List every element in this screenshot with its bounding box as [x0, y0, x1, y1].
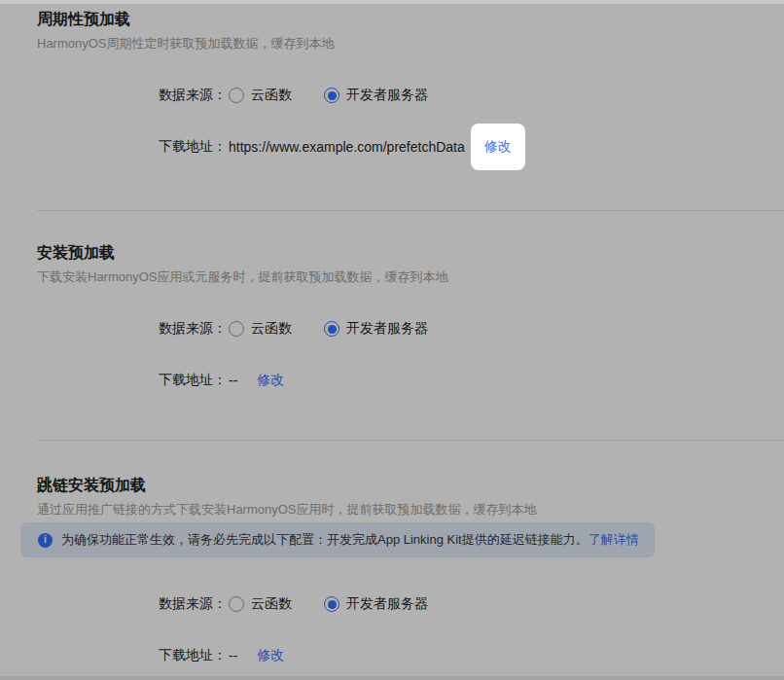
radio-option-developer-server[interactable]: 开发者服务器	[324, 595, 428, 613]
data-source-radio-group: 云函数 开发者服务器	[229, 595, 428, 613]
section-title-deeplink: 跳链安装预加载	[37, 476, 784, 495]
radio-label: 开发者服务器	[346, 87, 428, 104]
download-url-row: 下载地址： -- 修改	[159, 648, 784, 663]
data-source-label: 数据来源：	[159, 87, 227, 104]
radio-unselected-icon	[229, 88, 244, 103]
radio-selected-icon	[324, 596, 339, 612]
radio-label: 云函数	[251, 87, 292, 104]
data-source-row: 数据来源： 云函数 开发者服务器	[159, 321, 784, 337]
radio-option-developer-server[interactable]: 开发者服务器	[324, 320, 428, 338]
app-linking-notice-banner: i 为确保功能正常生效，请务必先完成以下配置：开发完成App Linking K…	[20, 522, 655, 557]
section-subtitle-periodic: HarmonyOS周期性定时获取预加载数据，缓存到本地	[37, 36, 784, 52]
section-install-preload: 安装预加载 下载安装HarmonyOS应用或元服务时，提前获取预加载数据，缓存到…	[37, 243, 784, 388]
modify-url-link[interactable]: 修改	[257, 647, 284, 664]
section-title-periodic: 周期性预加载	[37, 10, 784, 29]
section-divider	[37, 210, 784, 211]
info-icon: i	[38, 533, 53, 548]
learn-more-link[interactable]: 了解详情	[588, 532, 639, 547]
section-title-install: 安装预加载	[37, 243, 784, 263]
download-url-row: 下载地址： -- 修改	[159, 373, 784, 388]
download-url-value: --	[229, 373, 237, 388]
radio-label: 云函数	[251, 320, 292, 338]
prefetch-settings-page: 周期性预加载 HarmonyOS周期性定时获取预加载数据，缓存到本地 数据来源：…	[0, 0, 784, 680]
modify-url-link[interactable]: 修改	[484, 138, 512, 156]
section-divider	[37, 440, 784, 441]
radio-label: 云函数	[251, 595, 292, 613]
download-url-label: 下载地址：	[159, 372, 227, 389]
notice-text: 为确保功能正常生效，请务必先完成以下配置：开发完成App Linking Kit…	[61, 531, 639, 549]
data-source-row: 数据来源： 云函数 开发者服务器	[159, 596, 784, 612]
radio-unselected-icon	[229, 321, 244, 337]
radio-selected-icon	[324, 88, 339, 103]
data-source-row: 数据来源： 云函数 开发者服务器	[159, 88, 784, 103]
section-subtitle-deeplink: 通过应用推广链接的方式下载安装HarmonyOS应用时，提前获取预加载数据，缓存…	[37, 502, 784, 518]
radio-option-cloud-function[interactable]: 云函数	[229, 320, 292, 338]
download-url-row: 下载地址： https://www.example.com/prefetchDa…	[159, 139, 784, 155]
download-url-value: --	[229, 648, 237, 663]
radio-label: 开发者服务器	[346, 595, 428, 613]
install-form: 数据来源： 云函数 开发者服务器 下载地址： -- 修改	[159, 321, 784, 388]
modify-url-link[interactable]: 修改	[257, 372, 284, 389]
data-source-label: 数据来源：	[159, 595, 227, 613]
radio-option-cloud-function[interactable]: 云函数	[229, 87, 292, 104]
data-source-label: 数据来源：	[159, 320, 227, 338]
download-url-label: 下载地址：	[159, 138, 227, 156]
data-source-radio-group: 云函数 开发者服务器	[229, 87, 428, 104]
periodic-form: 数据来源： 云函数 开发者服务器 下载地址： https://www.examp…	[159, 88, 784, 155]
radio-unselected-icon	[229, 596, 244, 612]
section-deeplink-preload: 跳链安装预加载 通过应用推广链接的方式下载安装HarmonyOS应用时，提前获取…	[37, 476, 784, 663]
section-subtitle-install: 下载安装HarmonyOS应用或元服务时，提前获取预加载数据，缓存到本地	[37, 269, 784, 285]
radio-option-developer-server[interactable]: 开发者服务器	[324, 87, 428, 104]
download-url-value: https://www.example.com/prefetchData	[229, 139, 465, 155]
section-periodic-preload: 周期性预加载 HarmonyOS周期性定时获取预加载数据，缓存到本地 数据来源：…	[37, 10, 784, 155]
download-url-label: 下载地址：	[159, 647, 227, 664]
deeplink-form: 数据来源： 云函数 开发者服务器 下载地址： -- 修改	[159, 596, 784, 663]
data-source-radio-group: 云函数 开发者服务器	[229, 320, 428, 338]
radio-selected-icon	[324, 321, 339, 337]
radio-label: 开发者服务器	[346, 320, 428, 338]
tutorial-spotlight-box: 修改	[471, 124, 525, 170]
radio-option-cloud-function[interactable]: 云函数	[229, 595, 292, 613]
